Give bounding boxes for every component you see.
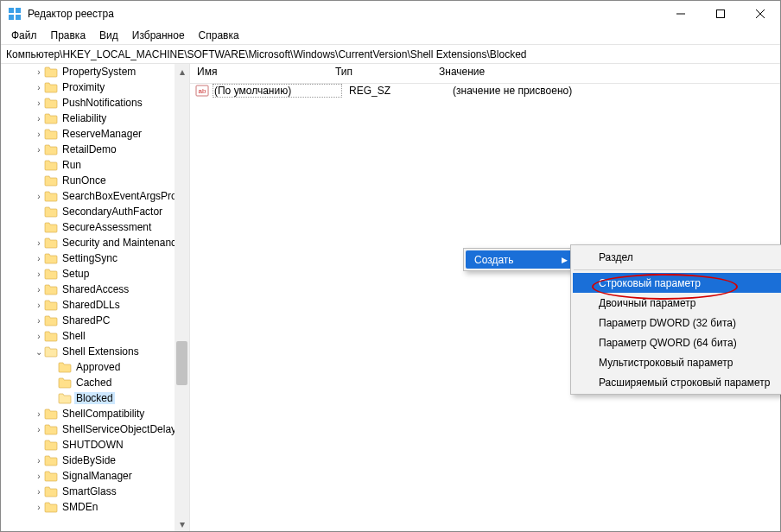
- svg-rect-5: [717, 10, 725, 18]
- tree-item[interactable]: › SignalManager: [1, 468, 189, 484]
- address-path: Компьютер\HKEY_LOCAL_MACHINE\SOFTWARE\Mi…: [6, 48, 527, 60]
- tree-item[interactable]: › SharedDLLs: [1, 297, 189, 313]
- tree-item[interactable]: › SettingSync: [1, 250, 189, 266]
- tree-item[interactable]: Run: [1, 157, 189, 173]
- tree-item[interactable]: SecureAssessment: [1, 219, 189, 235]
- folder-icon: [44, 112, 58, 124]
- chevron-right-icon[interactable]: ›: [34, 114, 44, 124]
- tree-item-label: Run: [60, 159, 83, 171]
- tree-item[interactable]: RunOnce: [1, 173, 189, 188]
- tree-item[interactable]: › RetailDemo: [1, 142, 189, 157]
- tree-item[interactable]: › SMDEn: [1, 499, 189, 515]
- tree-item-label: SettingSync: [60, 252, 119, 264]
- chevron-right-icon[interactable]: ›: [34, 192, 44, 201]
- tree-item[interactable]: › Proximity: [1, 79, 189, 95]
- tree-item[interactable]: SHUTDOWN: [1, 437, 189, 453]
- chevron-right-icon[interactable]: ›: [34, 285, 44, 294]
- chevron-right-icon[interactable]: ›: [34, 503, 44, 512]
- context-submenu-item[interactable]: Мультистроковый параметр: [573, 352, 781, 372]
- submenu-arrow-icon: ▶: [562, 256, 568, 264]
- tree-item-label: PropertySystem: [60, 66, 137, 78]
- chevron-right-icon[interactable]: ›: [34, 487, 44, 497]
- titlebar[interactable]: Редактор реестра: [1, 1, 780, 27]
- tree-item[interactable]: › SideBySide: [1, 453, 189, 468]
- tree-item[interactable]: › Security and Maintenanc: [1, 235, 189, 250]
- tree-item-label: SecureAssessment: [60, 221, 153, 233]
- chevron-down-icon[interactable]: ⌄: [34, 347, 44, 357]
- menu-view[interactable]: Вид: [92, 28, 125, 43]
- menu-file[interactable]: Файл: [4, 28, 44, 43]
- tree-item[interactable]: › SharedPC: [1, 313, 189, 328]
- tree-item[interactable]: › ReserveManager: [1, 126, 189, 142]
- context-submenu-item[interactable]: Двоичный параметр: [573, 293, 781, 313]
- tree-scrollbar[interactable]: ▴ ▾: [175, 64, 189, 531]
- col-header-type[interactable]: Тип: [328, 64, 432, 83]
- chevron-right-icon[interactable]: ›: [34, 145, 44, 155]
- tree-item[interactable]: ⌄ Shell Extensions: [1, 344, 189, 359]
- maximize-button[interactable]: [701, 1, 740, 27]
- tree-item-label: RunOnce: [60, 174, 108, 187]
- context-submenu-item[interactable]: Параметр DWORD (32 бита): [573, 313, 781, 332]
- chevron-right-icon[interactable]: ›: [34, 301, 44, 310]
- context-submenu-item[interactable]: Строковый параметр: [573, 273, 781, 293]
- tree-item[interactable]: › ShellCompatibility: [1, 406, 189, 421]
- chevron-right-icon[interactable]: ›: [34, 67, 44, 77]
- menu-help[interactable]: Справка: [192, 28, 246, 43]
- menu-edit[interactable]: Правка: [44, 28, 93, 43]
- tree-item[interactable]: Approved: [1, 359, 189, 375]
- scroll-down-icon[interactable]: ▾: [175, 516, 189, 531]
- tree-item-label: SharedDLLs: [60, 299, 122, 311]
- list-row[interactable]: ab(По умолчанию)REG_SZ(значение не присв…: [190, 83, 780, 98]
- chevron-right-icon[interactable]: ›: [34, 130, 44, 139]
- chevron-right-icon[interactable]: ›: [34, 472, 44, 481]
- context-submenu-item[interactable]: Расширяемый строковый параметр: [573, 372, 781, 392]
- close-button[interactable]: [740, 1, 780, 27]
- folder-icon: [44, 190, 58, 202]
- col-header-value[interactable]: Значение: [432, 64, 780, 83]
- tree[interactable]: › PropertySystem› Proximity› PushNotific…: [1, 64, 189, 531]
- folder-icon: [44, 330, 58, 342]
- tree-item[interactable]: Blocked: [1, 390, 189, 406]
- folder-icon: [58, 361, 72, 373]
- context-submenu-item-label: Раздел: [599, 251, 633, 263]
- tree-item-label: SharedAccess: [60, 283, 130, 295]
- tree-item[interactable]: Cached: [1, 375, 189, 390]
- menu-favorites[interactable]: Избранное: [125, 28, 192, 43]
- tree-item[interactable]: › PushNotifications: [1, 95, 189, 111]
- chevron-right-icon[interactable]: ›: [34, 254, 44, 263]
- tree-item-label: SHUTDOWN: [60, 439, 125, 451]
- chevron-right-icon[interactable]: ›: [34, 98, 44, 108]
- chevron-right-icon[interactable]: ›: [34, 316, 44, 326]
- chevron-right-icon[interactable]: ›: [34, 425, 44, 434]
- chevron-right-icon[interactable]: ›: [34, 332, 44, 341]
- tree-item[interactable]: › SearchBoxEventArgsProv: [1, 188, 189, 204]
- tree-item-label: SMDEn: [60, 501, 99, 513]
- tree-item[interactable]: › ShellServiceObjectDelayL: [1, 421, 189, 437]
- context-submenu-item[interactable]: Параметр QWORD (64 бита): [573, 332, 781, 352]
- minimize-button[interactable]: [661, 1, 701, 27]
- chevron-right-icon[interactable]: ›: [34, 409, 44, 419]
- chevron-right-icon[interactable]: ›: [34, 456, 44, 466]
- tree-item[interactable]: › Reliability: [1, 111, 189, 126]
- tree-item[interactable]: SecondaryAuthFactor: [1, 204, 189, 219]
- tree-item[interactable]: › Shell: [1, 328, 189, 344]
- chevron-right-icon[interactable]: ›: [34, 238, 44, 248]
- folder-icon: [44, 206, 58, 218]
- context-submenu-item-label: Двоичный параметр: [599, 297, 696, 309]
- context-submenu-item[interactable]: Раздел: [573, 247, 781, 267]
- tree-item[interactable]: › Setup: [1, 266, 189, 282]
- tree-pane: › PropertySystem› Proximity› PushNotific…: [1, 64, 190, 531]
- chevron-right-icon[interactable]: ›: [34, 83, 44, 92]
- tree-item-label: Cached: [74, 377, 113, 389]
- tree-item[interactable]: › SmartGlass: [1, 484, 189, 499]
- address-bar[interactable]: Компьютер\HKEY_LOCAL_MACHINE\SOFTWARE\Mi…: [1, 45, 780, 64]
- value-name: (По умолчанию): [213, 84, 342, 98]
- scroll-up-icon[interactable]: ▴: [175, 64, 189, 79]
- tree-item[interactable]: › SharedAccess: [1, 282, 189, 297]
- tree-item-label: Security and Maintenanc: [60, 237, 178, 249]
- col-header-name[interactable]: Имя: [190, 64, 328, 83]
- tree-item[interactable]: › PropertySystem: [1, 64, 189, 79]
- tree-item-label: ShellCompatibility: [60, 408, 146, 420]
- context-menu-create[interactable]: Создать ▶: [466, 250, 573, 269]
- chevron-right-icon[interactable]: ›: [34, 269, 44, 279]
